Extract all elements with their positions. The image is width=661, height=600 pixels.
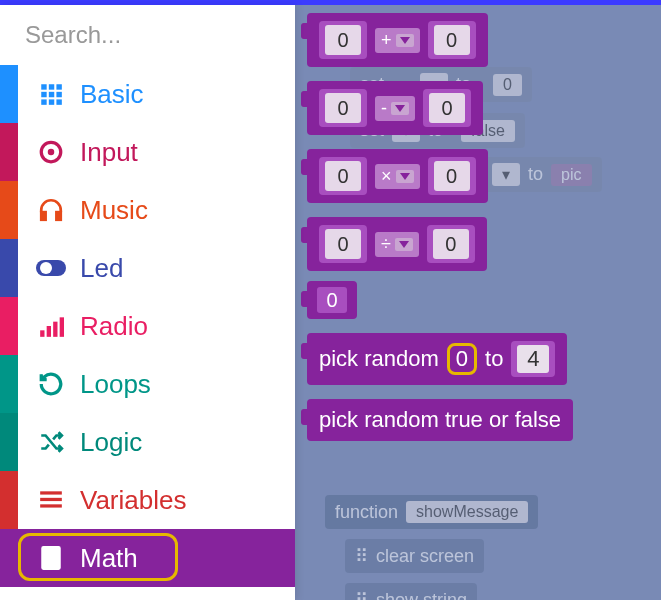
random-to-value[interactable]: 4 bbox=[517, 345, 549, 373]
category-music[interactable]: Music bbox=[0, 181, 295, 239]
category-list: BasicInputMusicLedRadioLoopsLogicVariabl… bbox=[0, 65, 295, 587]
operand-a[interactable]: 0 bbox=[325, 25, 361, 55]
arithmetic-block[interactable]: 0×0 bbox=[307, 149, 488, 203]
operator-dropdown[interactable]: × bbox=[375, 164, 420, 189]
svg-point-12 bbox=[48, 149, 55, 156]
svg-point-31 bbox=[54, 561, 57, 564]
svg-rect-8 bbox=[41, 99, 46, 104]
math-flyout: 0+00-00×00÷0 0 pick random 0 to 4 pick r… bbox=[307, 13, 649, 441]
category-logic[interactable]: Logic bbox=[0, 413, 295, 471]
svg-point-28 bbox=[54, 557, 57, 560]
operator-dropdown[interactable]: ÷ bbox=[375, 232, 419, 257]
operand-a[interactable]: 0 bbox=[325, 161, 361, 191]
input-socket: 0 bbox=[319, 21, 367, 59]
svg-rect-18 bbox=[47, 326, 51, 337]
grid-icon bbox=[36, 81, 66, 107]
category-label: Radio bbox=[80, 311, 148, 342]
block-label: pick random bbox=[319, 346, 439, 372]
category-variables[interactable]: Variables bbox=[0, 471, 295, 529]
shuffle-icon bbox=[36, 429, 66, 455]
bg-block: ⠿show string bbox=[345, 583, 477, 600]
operand-a[interactable]: 0 bbox=[325, 93, 361, 123]
svg-rect-20 bbox=[60, 317, 64, 337]
svg-rect-3 bbox=[49, 84, 54, 89]
random-from-value[interactable]: 0 bbox=[447, 343, 477, 375]
svg-rect-14 bbox=[56, 212, 60, 220]
number-value: 0 bbox=[317, 287, 347, 313]
category-label: Led bbox=[80, 253, 123, 284]
svg-point-30 bbox=[50, 561, 53, 564]
svg-rect-23 bbox=[40, 504, 62, 507]
block-label: to bbox=[485, 346, 503, 372]
target-icon bbox=[36, 139, 66, 165]
svg-rect-4 bbox=[56, 84, 61, 89]
headphones-icon bbox=[36, 197, 66, 223]
operand-a[interactable]: 0 bbox=[325, 229, 361, 259]
category-color-bar bbox=[0, 529, 18, 587]
svg-rect-19 bbox=[53, 322, 57, 337]
lines-icon bbox=[36, 487, 66, 513]
search-input[interactable] bbox=[25, 21, 324, 49]
category-color-bar bbox=[0, 413, 18, 471]
category-label: Basic bbox=[80, 79, 144, 110]
input-socket: 4 bbox=[511, 341, 555, 377]
svg-rect-5 bbox=[41, 92, 46, 97]
operator-dropdown[interactable]: - bbox=[375, 96, 415, 121]
pick-random-number-block[interactable]: pick random 0 to 4 bbox=[307, 333, 567, 385]
svg-point-26 bbox=[45, 557, 48, 560]
category-color-bar bbox=[0, 181, 18, 239]
arithmetic-block[interactable]: 0+0 bbox=[307, 13, 488, 67]
category-label: Music bbox=[80, 195, 148, 226]
svg-rect-6 bbox=[49, 92, 54, 97]
svg-point-27 bbox=[50, 557, 53, 560]
search-row bbox=[0, 5, 295, 65]
input-socket: 0 bbox=[319, 225, 367, 263]
input-socket: 0 bbox=[319, 157, 367, 195]
svg-rect-22 bbox=[40, 498, 62, 501]
svg-rect-7 bbox=[56, 92, 61, 97]
number-literal-block[interactable]: 0 bbox=[307, 281, 357, 319]
category-label: Math bbox=[80, 543, 138, 574]
operand-b[interactable]: 0 bbox=[434, 25, 470, 55]
calculator-icon bbox=[36, 545, 66, 571]
svg-point-16 bbox=[40, 262, 52, 274]
arithmetic-block[interactable]: 0÷0 bbox=[307, 217, 487, 271]
category-radio[interactable]: Radio bbox=[0, 297, 295, 355]
category-input[interactable]: Input bbox=[0, 123, 295, 181]
category-color-bar bbox=[0, 297, 18, 355]
category-basic[interactable]: Basic bbox=[0, 65, 295, 123]
category-color-bar bbox=[0, 355, 18, 413]
app-root: BasicInputMusicLedRadioLoopsLogicVariabl… bbox=[0, 0, 661, 600]
input-socket: 0 bbox=[423, 89, 471, 127]
category-led[interactable]: Led bbox=[0, 239, 295, 297]
refresh-icon bbox=[36, 371, 66, 397]
input-socket: 0 bbox=[428, 157, 476, 195]
bars-icon bbox=[36, 313, 66, 339]
category-color-bar bbox=[0, 123, 18, 181]
operator-dropdown[interactable]: + bbox=[375, 28, 420, 53]
arithmetic-block[interactable]: 0-0 bbox=[307, 81, 483, 135]
category-math[interactable]: Math bbox=[0, 529, 295, 587]
toggle-icon bbox=[36, 258, 66, 278]
operand-b[interactable]: 0 bbox=[433, 229, 469, 259]
category-color-bar bbox=[0, 65, 18, 123]
svg-rect-25 bbox=[45, 549, 58, 553]
workspace[interactable]: ge set▾to0 set▾tofalse setitGuessed▾topi… bbox=[295, 5, 661, 600]
category-label: Logic bbox=[80, 427, 142, 458]
category-label: Variables bbox=[80, 485, 186, 516]
category-label: Input bbox=[80, 137, 138, 168]
category-color-bar bbox=[0, 471, 18, 529]
pick-random-bool-block[interactable]: pick random true or false bbox=[307, 399, 573, 441]
input-socket: 0 bbox=[319, 89, 367, 127]
category-loops[interactable]: Loops bbox=[0, 355, 295, 413]
operand-b[interactable]: 0 bbox=[434, 161, 470, 191]
svg-rect-17 bbox=[40, 330, 44, 337]
operand-b[interactable]: 0 bbox=[429, 93, 465, 123]
category-label: Loops bbox=[80, 369, 151, 400]
bg-block: ⠿clear screen bbox=[345, 539, 484, 573]
svg-rect-21 bbox=[40, 491, 62, 494]
block-label: pick random true or false bbox=[319, 407, 561, 433]
svg-rect-9 bbox=[49, 99, 54, 104]
svg-rect-2 bbox=[41, 84, 46, 89]
svg-rect-13 bbox=[41, 212, 45, 220]
